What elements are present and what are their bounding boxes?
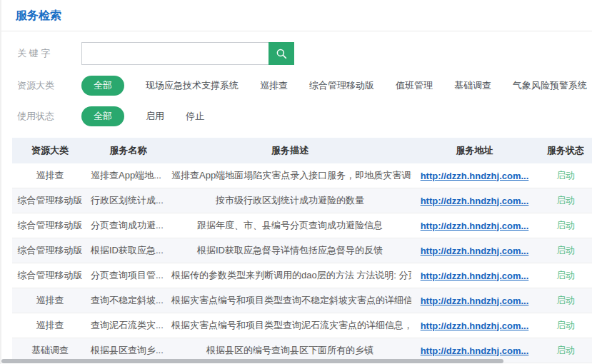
scrollbar-thumb[interactable]: [1, 359, 503, 363]
column-header-status: 服务状态: [538, 138, 592, 163]
cell-category: 综合管理移动版: [12, 188, 88, 213]
status-badge: 启动: [538, 288, 592, 313]
cell-category: 综合管理移动版: [12, 238, 88, 263]
column-header-category: 资源大类: [12, 138, 88, 163]
column-header-url: 服务地址: [411, 138, 538, 163]
filter-panel: 关 键 字 资源大类 全部 现场应急技术支撑系统 巡排查 综合管理移动版 值班管…: [1, 42, 592, 126]
table-header-row: 资源大类 服务名称 服务描述 服务地址 服务状态: [12, 138, 592, 163]
category-option-2[interactable]: 巡排查: [260, 79, 288, 92]
cell-description: 根据传的参数类型来判断调用的dao层的方法 方法说明: 分页查询 调...: [169, 263, 411, 288]
keyword-input[interactable]: [81, 42, 269, 65]
table-row: 巡排查 查询泥石流类灾... 根据灾害点编号和项目类型查询泥石流灾害点的详细信息…: [12, 313, 592, 338]
status-option-all[interactable]: 全部: [81, 106, 124, 126]
cell-category: 巡排查: [12, 313, 88, 338]
category-options: 全部 现场应急技术支撑系统 巡排查 综合管理移动版 值班管理 基础调查 气象风险…: [81, 76, 587, 96]
service-url-link[interactable]: http://dzzh.hndzhj.com...: [421, 246, 529, 256]
keyword-row: 关 键 字: [17, 42, 592, 65]
category-option-3[interactable]: 综合管理移动版: [309, 79, 374, 92]
category-option-5[interactable]: 基础调查: [454, 79, 491, 92]
page-title: 服务检索: [1, 0, 592, 31]
status-options: 全部 启用 停止: [81, 106, 204, 126]
cell-name: 查询不稳定斜坡...: [88, 288, 169, 313]
column-header-description: 服务描述: [169, 138, 411, 163]
cell-description: 根据ID获取应急督导详情包括应急督导的反馈: [169, 238, 411, 263]
status-badge: 启动: [538, 313, 592, 338]
service-url-link[interactable]: http://dzzh.hndzhj.com...: [421, 196, 529, 206]
cell-name: 分页查询项目管...: [88, 263, 169, 288]
cell-name: 行政区划统计成...: [88, 188, 169, 213]
column-header-name: 服务名称: [88, 138, 169, 163]
cell-category: 巡排查: [12, 163, 88, 188]
status-badge: 启动: [538, 263, 592, 288]
status-badge: 启动: [538, 163, 592, 188]
service-url-link[interactable]: http://dzzh.hndzhj.com...: [421, 221, 529, 231]
table-row: 综合管理移动版 分页查询成功避... 跟据年度、市、县编号分页查询成功避险信息 …: [12, 213, 592, 238]
status-badge: 启动: [538, 188, 592, 213]
cell-description: 跟据年度、市、县编号分页查询成功避险信息: [169, 213, 411, 238]
table-row: 巡排查 查询不稳定斜坡... 根据灾害点编号和项目类型查询不稳定斜坡灾害点的详细…: [12, 288, 592, 313]
cell-description: 根据灾害点编号和项目类型查询泥石流灾害点的详细信息，包含两卡...: [169, 313, 411, 338]
table-row: 综合管理移动版 根据ID获取应急... 根据ID获取应急督导详情包括应急督导的反…: [12, 238, 592, 263]
cell-description: 巡排查App端地面塌陷灾害点录入接口服务，即地质灾害调查基本信...: [169, 163, 411, 188]
service-table: 资源大类 服务名称 服务描述 服务地址 服务状态 巡排查 巡排查App端地...…: [12, 138, 592, 363]
status-option-stopped[interactable]: 停止: [186, 110, 204, 123]
search-icon: [275, 47, 288, 60]
service-search-page: 服务检索 关 键 字 资源大类 全部 现场应急技术支撑系统 巡排查 综合管理移动…: [0, 0, 592, 364]
cell-name: 巡排查App端地...: [88, 163, 169, 188]
status-badge: 启动: [538, 238, 592, 263]
cell-name: 查询泥石流类灾...: [88, 313, 169, 338]
cell-category: 巡排查: [12, 288, 88, 313]
service-url-link[interactable]: http://dzzh.hndzhj.com...: [421, 295, 529, 306]
table-row: 综合管理移动版 行政区划统计成... 按市级行政区划统计成功避险的数量 http…: [12, 188, 592, 213]
service-url-link[interactable]: http://dzzh.hndzhj.com...: [421, 271, 529, 281]
service-url-link[interactable]: http://dzzh.hndzhj.com...: [421, 345, 529, 356]
cell-category: 综合管理移动版: [12, 263, 88, 288]
horizontal-scrollbar[interactable]: [1, 358, 592, 364]
category-option-1[interactable]: 现场应急技术支撑系统: [146, 79, 239, 92]
service-url-link[interactable]: http://dzzh.hndzhj.com...: [421, 320, 529, 331]
keyword-label: 关 键 字: [17, 47, 81, 60]
status-filter-row: 使用状态 全部 启用 停止: [17, 106, 592, 126]
category-option-6[interactable]: 气象风险预警系统: [513, 79, 587, 92]
category-option-all[interactable]: 全部: [81, 76, 124, 96]
status-option-enabled[interactable]: 启用: [146, 110, 164, 123]
status-filter-label: 使用状态: [17, 110, 81, 123]
table-row: 综合管理移动版 分页查询项目管... 根据传的参数类型来判断调用的dao层的方法…: [12, 263, 592, 288]
service-url-link[interactable]: http://dzzh.hndzhj.com...: [421, 171, 529, 181]
category-filter-label: 资源大类: [17, 79, 81, 92]
cell-description: 按市级行政区划统计成功避险的数量: [169, 188, 411, 213]
cell-category: 综合管理移动版: [12, 213, 88, 238]
category-filter-row: 资源大类 全部 现场应急技术支撑系统 巡排查 综合管理移动版 值班管理 基础调查…: [17, 76, 592, 96]
status-badge: 启动: [538, 213, 592, 238]
table-row: 巡排查 巡排查App端地... 巡排查App端地面塌陷灾害点录入接口服务，即地质…: [12, 163, 592, 188]
category-option-4[interactable]: 值班管理: [396, 79, 433, 92]
cell-name: 分页查询成功避...: [88, 213, 169, 238]
cell-name: 根据ID获取应急...: [88, 238, 169, 263]
search-button[interactable]: [269, 42, 294, 65]
cell-description: 根据灾害点编号和项目类型查询不稳定斜坡灾害点的详细信息,包括详...: [169, 288, 411, 313]
